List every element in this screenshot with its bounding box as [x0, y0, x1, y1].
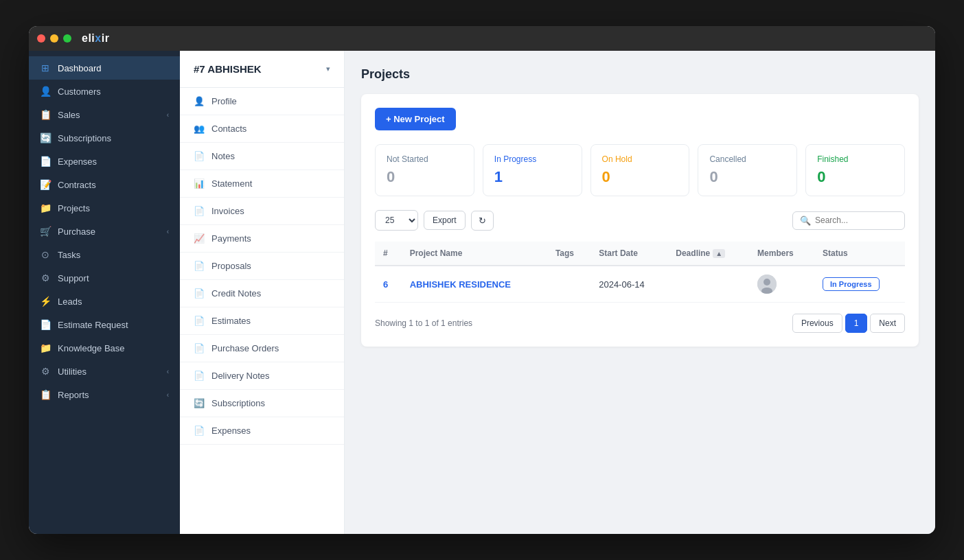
sub-nav-proposals[interactable]: 📄 Proposals [180, 253, 344, 280]
sub-nav-statement[interactable]: 📊 Statement [180, 170, 344, 198]
sub-nav-estimates[interactable]: 📄 Estimates [180, 307, 344, 335]
dashboard-icon: ⊞ [40, 62, 51, 73]
on-hold-count: 0 [602, 168, 678, 186]
sidebar-item-contracts[interactable]: 📝 Contracts [29, 173, 180, 196]
close-dot[interactable] [37, 34, 45, 43]
status-card-cancelled[interactable]: Cancelled 0 [698, 144, 797, 196]
status-card-in-progress[interactable]: In Progress 1 [483, 144, 582, 196]
knowledge-base-icon: 📁 [40, 342, 51, 353]
sub-nav-label-profile: Profile [211, 96, 237, 106]
cancelled-count: 0 [709, 168, 785, 186]
sidebar-item-tasks[interactable]: ⊙ Tasks [29, 243, 180, 266]
status-card-on-hold[interactable]: On Hold 0 [590, 144, 690, 196]
support-icon: ⚙ [40, 272, 51, 283]
sidebar-item-knowledge-base[interactable]: 📁 Knowledge Base [29, 336, 180, 360]
search-icon: 🔍 [800, 215, 811, 226]
status-card-finished[interactable]: Finished 0 [805, 144, 905, 196]
not-started-label: Not Started [387, 154, 463, 164]
sidebar-item-sales[interactable]: 📋 Sales ‹ [29, 103, 180, 126]
sub-sidebar-header[interactable]: #7 ABHISHEK ▾ [180, 51, 344, 88]
minimize-dot[interactable] [50, 34, 58, 43]
sidebar-label-customers: Customers [58, 86, 101, 97]
main-panel: Projects + New Project Not Started 0 In … [345, 51, 935, 534]
panel-title: Projects [361, 67, 919, 82]
sidebar-item-expenses[interactable]: 📄 Expenses [29, 150, 180, 173]
sidebar-item-customers[interactable]: 👤 Customers [29, 80, 180, 103]
estimates-icon: 📄 [194, 316, 205, 326]
sub-nav-notes[interactable]: 📄 Notes [180, 143, 344, 170]
profile-icon: 👤 [194, 96, 205, 106]
titlebar: elixir [29, 26, 935, 51]
sidebar-label-leads: Leads [58, 296, 82, 307]
utilities-icon: ⚙ [40, 366, 51, 377]
maximize-dot[interactable] [63, 34, 71, 43]
sub-nav-label-proposals: Proposals [211, 261, 251, 271]
sidebar-label-contracts: Contracts [58, 180, 96, 190]
sub-nav-contacts[interactable]: 👥 Contacts [180, 115, 344, 143]
sub-nav-delivery-notes[interactable]: 📄 Delivery Notes [180, 362, 344, 390]
sidebar-item-support[interactable]: ⚙ Support [29, 266, 180, 290]
col-header-deadline[interactable]: Deadline ▲ [667, 242, 749, 266]
sidebar-item-leads[interactable]: ⚡ Leads [29, 290, 180, 313]
row-tags [547, 266, 590, 303]
row-id: 6 [375, 266, 402, 303]
row-members [749, 266, 814, 303]
sidebar-label-tasks: Tasks [58, 250, 80, 260]
next-button[interactable]: Next [870, 314, 905, 333]
row-status: In Progress [814, 266, 905, 303]
contracts-icon: 📝 [40, 179, 51, 190]
app-logo: elixir [82, 32, 109, 45]
page-1-button[interactable]: 1 [845, 314, 868, 333]
table-controls: 25 50 100 Export ↻ 🔍 [375, 210, 905, 231]
sidebar-item-estimate-request[interactable]: 📄 Estimate Request [29, 313, 180, 336]
sidebar-label-reports: Reports [58, 390, 89, 400]
export-button[interactable]: Export [424, 211, 466, 230]
sub-nav-label-estimates: Estimates [211, 316, 251, 326]
purchase-chevron-icon: ‹ [167, 228, 169, 235]
sub-sidebar-dropdown-icon: ▾ [326, 65, 330, 73]
sidebar-item-purchase[interactable]: 🛒 Purchase ‹ [29, 220, 180, 243]
row-deadline [667, 266, 749, 303]
sub-nav-invoices[interactable]: 📄 Invoices [180, 198, 344, 225]
subscriptions-icon: 🔄 [40, 132, 51, 143]
previous-button[interactable]: Previous [792, 314, 842, 333]
search-input[interactable] [815, 215, 897, 225]
table-row: 6 ABHISHEK RESIDENCE 2024-06-14 [375, 266, 905, 303]
sub-nav-label-subscriptions: Subscriptions [211, 398, 265, 408]
sub-nav-label-expenses: Expenses [211, 425, 251, 436]
page-size-select[interactable]: 25 50 100 [375, 210, 418, 231]
sub-nav-subscriptions[interactable]: 🔄 Subscriptions [180, 390, 344, 417]
pagination-buttons: Previous 1 Next [792, 314, 905, 333]
reports-chevron-icon: ‹ [167, 391, 169, 399]
status-card-not-started[interactable]: Not Started 0 [375, 144, 474, 196]
sidebar-item-reports[interactable]: 📋 Reports ‹ [29, 383, 180, 406]
new-project-button[interactable]: + New Project [375, 108, 456, 130]
purchase-icon: 🛒 [40, 226, 51, 237]
finished-label: Finished [817, 154, 893, 164]
col-header-status: Status [814, 242, 905, 266]
sub-nav-label-statement: Statement [211, 178, 252, 189]
status-cards: Not Started 0 In Progress 1 On Hold 0 [375, 144, 905, 196]
projects-container: + New Project Not Started 0 In Progress … [361, 94, 919, 347]
not-started-count: 0 [387, 168, 463, 186]
project-id-link[interactable]: 6 [383, 279, 388, 290]
sub-nav-label-invoices: Invoices [211, 206, 244, 216]
sidebar-label-subscriptions: Subscriptions [58, 133, 111, 143]
sidebar-label-utilities: Utilities [58, 366, 87, 377]
sub-nav-label-purchase-orders: Purchase Orders [211, 343, 279, 353]
sidebar-item-utilities[interactable]: ⚙ Utilities ‹ [29, 360, 180, 383]
sidebar-label-purchase: Purchase [58, 226, 95, 237]
sub-nav-credit-notes[interactable]: 📄 Credit Notes [180, 280, 344, 307]
refresh-button[interactable]: ↻ [471, 211, 494, 231]
sales-icon: 📋 [40, 109, 51, 120]
sub-nav-profile[interactable]: 👤 Profile [180, 88, 344, 115]
sidebar-item-subscriptions[interactable]: 🔄 Subscriptions [29, 126, 180, 150]
sidebar-item-dashboard[interactable]: ⊞ Dashboard [29, 56, 180, 80]
status-badge[interactable]: In Progress [823, 277, 880, 291]
sub-nav-expenses[interactable]: 📄 Expenses [180, 417, 344, 445]
sales-chevron-icon: ‹ [167, 111, 169, 119]
project-name-link[interactable]: ABHISHEK RESIDENCE [410, 279, 511, 290]
sub-nav-purchase-orders[interactable]: 📄 Purchase Orders [180, 335, 344, 362]
sub-nav-payments[interactable]: 📈 Payments [180, 225, 344, 253]
sidebar-item-projects[interactable]: 📁 Projects [29, 196, 180, 220]
